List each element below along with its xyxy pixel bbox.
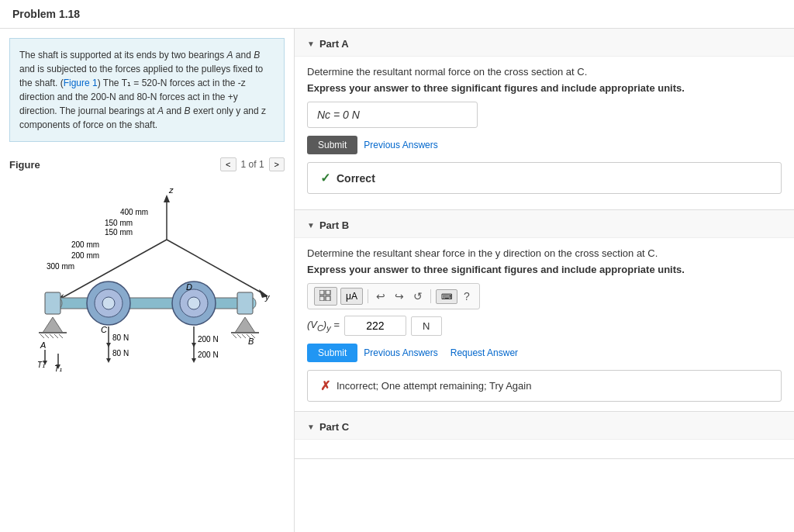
part-c-section: ▼ Part C (295, 412, 794, 459)
part-a-content: Determine the resultant normal force on … (295, 57, 794, 209)
part-c-arrow: ▼ (307, 423, 315, 431)
part-b-action-row: Submit Previous Answers Request Answer (307, 344, 782, 362)
check-icon: ✓ (320, 171, 330, 185)
svg-text:200 mm: 200 mm (71, 240, 99, 249)
math-toolbar: μA ↩ ↪ ↺ ⌨ ? (307, 283, 480, 309)
part-b-input-row: (VC)y = N (307, 316, 782, 336)
part-a-answer-value: Nc = 0 N (317, 109, 360, 121)
next-nav-button[interactable]: > (269, 157, 285, 171)
svg-rect-63 (326, 290, 330, 295)
svg-line-31 (237, 334, 241, 338)
toolbar-separator (368, 289, 368, 303)
part-a-answer-box: Nc = 0 N (307, 102, 478, 128)
svg-text:B: B (248, 337, 254, 346)
x-icon: ✗ (320, 378, 330, 393)
part-a-description: Determine the resultant normal force on … (307, 66, 782, 78)
svg-line-17 (50, 334, 54, 338)
svg-text:200 N: 200 N (198, 335, 219, 344)
part-a-prev-answers-link[interactable]: Previous Answers (364, 140, 437, 150)
part-b-submit-button[interactable]: Submit (307, 344, 357, 362)
part-b-prev-answers-link[interactable]: Previous Answers (364, 347, 437, 358)
svg-text:C: C (101, 325, 107, 334)
part-a-arrow: ▼ (307, 40, 315, 48)
svg-text:200 N: 200 N (198, 351, 219, 359)
question-icon[interactable]: ? (461, 288, 473, 304)
page: Problem 1.18 The shaft is supported at i… (0, 0, 794, 532)
part-c-title: Part C (319, 421, 349, 433)
svg-line-30 (233, 334, 236, 338)
part-b-unit-box: N (411, 316, 442, 336)
svg-text:80 N: 80 N (112, 349, 129, 358)
undo-icon[interactable]: ↩ (373, 288, 388, 304)
part-b-request-answer-link[interactable]: Request Answer (451, 347, 518, 358)
pulley-c: C 80 N 80 N (87, 282, 130, 363)
figure-section: Figure < 1 of 1 > z (0, 151, 294, 401)
part-a-instruction: Express your answer to three significant… (307, 82, 782, 94)
part-b-arrow: ▼ (307, 221, 315, 230)
part-c-header[interactable]: ▼ Part C (295, 412, 794, 440)
svg-line-18 (54, 334, 58, 338)
part-b-input-label: (VC)y = (307, 319, 340, 333)
right-panel: ▼ Part A Determine the resultant normal … (295, 29, 794, 532)
refresh-icon[interactable]: ↺ (410, 288, 426, 304)
svg-rect-64 (319, 296, 324, 301)
keyboard-button[interactable]: ⌨ (436, 289, 457, 304)
part-a-header[interactable]: ▼ Part A (295, 29, 794, 57)
svg-text:y: y (264, 292, 271, 302)
svg-text:300 mm: 300 mm (47, 262, 74, 271)
part-b-section: ▼ Part B Determine the resultant shear f… (295, 210, 794, 412)
svg-line-15 (40, 334, 44, 338)
part-a-section: ▼ Part A Determine the resultant normal … (295, 29, 794, 210)
figure-nav: < 1 of 1 > (220, 157, 285, 171)
figure-canvas: z y x (16, 178, 279, 395)
svg-marker-1 (164, 195, 170, 202)
part-a-correct-banner: ✓ Correct (307, 162, 782, 194)
figure-pagination: 1 of 1 (241, 159, 264, 170)
figure-header: Figure < 1 of 1 > (9, 157, 285, 171)
problem-text: The shaft is supported at its ends by tw… (9, 38, 285, 142)
problem-title: Problem 1.18 (0, 0, 794, 29)
svg-line-32 (242, 334, 246, 338)
svg-text:150 mm: 150 mm (105, 219, 133, 227)
part-b-content: Determine the resultant shear force in t… (295, 238, 794, 411)
svg-marker-54 (192, 358, 196, 363)
part-a-submit-button[interactable]: Submit (307, 136, 357, 154)
figure-diagram: z y x (16, 178, 279, 395)
svg-line-16 (45, 334, 49, 338)
svg-text:400 mm: 400 mm (120, 208, 148, 216)
part-a-title: Part A (319, 38, 349, 50)
toolbar-separator-2 (430, 289, 431, 303)
figure-ref[interactable]: Figure 1 (64, 78, 98, 88)
svg-point-38 (102, 297, 115, 309)
main-content: The shaft is supported at its ends by tw… (0, 29, 794, 532)
svg-marker-13 (43, 317, 63, 333)
matrix-button[interactable] (314, 287, 337, 306)
redo-icon[interactable]: ↪ (392, 288, 407, 304)
part-b-value-input[interactable] (344, 316, 406, 336)
part-b-title: Part B (319, 219, 349, 231)
left-panel: The shaft is supported at its ends by tw… (0, 29, 295, 532)
part-b-header[interactable]: ▼ Part B (295, 210, 794, 238)
part-b-incorrect-banner: ✗ Incorrect; One attempt remaining; Try … (307, 370, 782, 402)
incorrect-text: Incorrect; One attempt remaining; Try Ag… (337, 380, 531, 392)
svg-text:A: A (40, 340, 46, 350)
pulley-d: D 200 N 200 N (172, 282, 219, 363)
svg-text:200 mm: 200 mm (71, 251, 99, 260)
svg-marker-44 (106, 358, 111, 363)
svg-text:D: D (186, 282, 192, 292)
svg-line-19 (59, 334, 63, 338)
svg-text:z: z (168, 185, 174, 195)
prev-nav-button[interactable]: < (220, 157, 236, 171)
svg-rect-27 (237, 292, 253, 314)
part-b-description: Determine the resultant shear force in t… (307, 247, 782, 259)
svg-text:80 N: 80 N (112, 333, 129, 342)
svg-rect-65 (326, 296, 330, 301)
svg-point-48 (188, 297, 200, 309)
svg-rect-62 (319, 290, 324, 295)
mu-button[interactable]: μA (340, 288, 363, 305)
figure-label: Figure (9, 159, 40, 171)
svg-rect-12 (45, 292, 60, 314)
correct-text: Correct (337, 172, 375, 185)
svg-marker-28 (235, 317, 255, 333)
svg-text:150 mm: 150 mm (105, 228, 133, 237)
